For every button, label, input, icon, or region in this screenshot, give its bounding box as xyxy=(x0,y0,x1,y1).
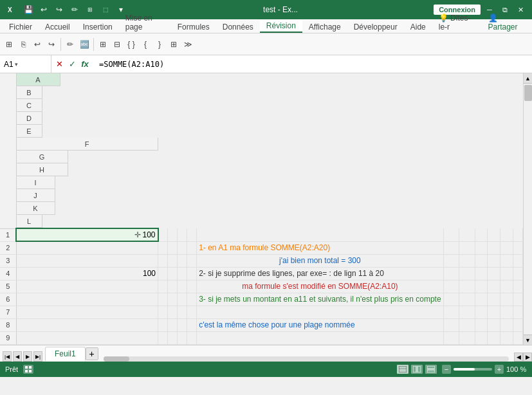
cell-b5[interactable] xyxy=(158,280,168,293)
sheet-tab-feuil1[interactable]: Feuil1 xyxy=(45,347,86,362)
cell-c7[interactable] xyxy=(168,306,178,318)
cell-d7[interactable] xyxy=(178,306,187,318)
cell-k3[interactable] xyxy=(500,254,513,267)
cell-c2[interactable] xyxy=(168,241,178,254)
tab-affichage[interactable]: Affichage xyxy=(302,21,347,33)
tab-accueil[interactable]: Accueil xyxy=(39,21,77,33)
cell-k8[interactable] xyxy=(500,318,513,331)
toolbar-icon-4[interactable]: ↪ xyxy=(45,38,58,51)
cell-i3[interactable] xyxy=(475,254,488,267)
cell-g3[interactable] xyxy=(443,254,459,267)
cell-reference-box[interactable]: A1 ▾ xyxy=(0,55,51,73)
cell-e4[interactable] xyxy=(187,267,197,280)
tab-formules[interactable]: Formules xyxy=(171,21,216,33)
h-scroll-track[interactable] xyxy=(104,356,509,362)
cell-a4[interactable]: 100 xyxy=(16,267,158,280)
horizontal-scrollbar[interactable] xyxy=(98,356,514,362)
cell-i2[interactable] xyxy=(475,241,488,254)
cell-b3[interactable] xyxy=(158,254,168,267)
cell-d4[interactable] xyxy=(178,267,187,280)
cell-c5[interactable] xyxy=(168,280,178,293)
cell-i8[interactable] xyxy=(475,318,488,331)
cell-f6[interactable]: 3- si je mets un montant en a11 et suiva… xyxy=(197,293,443,306)
cell-h1[interactable] xyxy=(459,228,475,241)
col-header-a[interactable]: A xyxy=(17,73,60,86)
cell-f4[interactable]: 2- si je supprime des lignes, par exe= :… xyxy=(197,267,443,280)
col-header-b[interactable]: B xyxy=(17,86,42,99)
toolbar-icon-8[interactable]: ⊟ xyxy=(111,38,124,51)
cell-j5[interactable] xyxy=(488,280,500,293)
tab-partager[interactable]: 👤 Partager xyxy=(482,12,530,33)
cell-f1[interactable] xyxy=(197,228,443,241)
cell-h8[interactable] xyxy=(459,318,475,331)
cell-h5[interactable] xyxy=(459,280,475,293)
cell-k1[interactable] xyxy=(500,228,513,241)
cell-l2[interactable] xyxy=(513,241,522,254)
cell-b1[interactable] xyxy=(158,228,168,241)
col-header-k[interactable]: K xyxy=(17,202,55,215)
pencil-icon[interactable]: ✏ xyxy=(68,3,81,16)
cell-d3[interactable] xyxy=(178,254,187,267)
status-icon-1[interactable] xyxy=(23,365,33,374)
tab-mise-en-page[interactable]: Mise en page xyxy=(119,12,171,33)
h-scroll-left-arrow[interactable]: ◀ xyxy=(514,353,523,362)
cell-d5[interactable] xyxy=(178,280,187,293)
cell-l7[interactable] xyxy=(513,306,522,318)
toolbar-icon-11[interactable]: } xyxy=(153,38,166,51)
col-header-g[interactable]: G xyxy=(17,151,68,163)
cell-e7[interactable] xyxy=(187,306,197,318)
cell-c1[interactable] xyxy=(168,228,178,241)
cell-a7[interactable] xyxy=(16,306,158,318)
cell-h3[interactable] xyxy=(459,254,475,267)
cell-g1[interactable] xyxy=(443,228,459,241)
cell-a6[interactable] xyxy=(16,293,158,306)
cell-j3[interactable] xyxy=(488,254,500,267)
cell-e8[interactable] xyxy=(187,318,197,331)
cell-j8[interactable] xyxy=(488,318,500,331)
cell-c8[interactable] xyxy=(168,318,178,331)
cell-i1[interactable] xyxy=(475,228,488,241)
add-sheet-button[interactable]: + xyxy=(86,347,98,360)
col-header-f[interactable]: F xyxy=(17,138,158,151)
cell-d8[interactable] xyxy=(178,318,187,331)
h-scroll-right-arrow[interactable]: ▶ xyxy=(523,353,532,362)
cell-l1[interactable] xyxy=(513,228,522,241)
cell-b7[interactable] xyxy=(158,306,168,318)
toolbar-icon-2[interactable]: ⎘ xyxy=(17,38,30,51)
cell-g6[interactable] xyxy=(443,293,459,306)
page-break-view-icon[interactable] xyxy=(425,365,437,374)
cell-h7[interactable] xyxy=(459,306,475,318)
cell-g5[interactable] xyxy=(443,280,459,293)
cell-c3[interactable] xyxy=(168,254,178,267)
toolbar-icon-7[interactable]: ⊞ xyxy=(96,38,109,51)
cell-d1[interactable] xyxy=(178,228,187,241)
form-icon[interactable]: ⊞ xyxy=(84,3,96,16)
save-icon[interactable]: 💾 xyxy=(22,3,35,16)
zoom-out-button[interactable]: − xyxy=(442,365,451,374)
cell-g4[interactable] xyxy=(443,267,459,280)
cell-d6[interactable] xyxy=(178,293,187,306)
tab-next-button[interactable]: ▶ xyxy=(23,351,32,362)
col-header-d[interactable]: D xyxy=(17,112,42,125)
cell-h6[interactable] xyxy=(459,293,475,306)
col-header-j[interactable]: J xyxy=(17,189,55,202)
cell-a5[interactable] xyxy=(16,280,158,293)
toolbar-icon-10[interactable]: { xyxy=(139,38,152,51)
zoom-slider[interactable] xyxy=(454,368,492,371)
cell-e5[interactable] xyxy=(187,280,197,293)
cell-l6[interactable] xyxy=(513,293,522,306)
toolbar-icon-9[interactable]: { } xyxy=(125,38,138,51)
cell-l4[interactable] xyxy=(513,267,522,280)
col-header-h[interactable]: H xyxy=(17,163,68,176)
cancel-formula-icon[interactable]: ✕ xyxy=(54,59,64,69)
tab-prev-button[interactable]: ◀ xyxy=(13,351,22,362)
tab-dites[interactable]: 💡 Dites-le-r xyxy=(432,12,482,33)
cell-j7[interactable] xyxy=(488,306,500,318)
cell-a8[interactable] xyxy=(16,318,158,331)
tab-aide[interactable]: Aide xyxy=(404,21,432,33)
cell-e1[interactable] xyxy=(187,228,197,241)
cell-h2[interactable] xyxy=(459,241,475,254)
cell-k2[interactable] xyxy=(500,241,513,254)
col-header-c[interactable]: C xyxy=(17,99,42,112)
cell-b6[interactable] xyxy=(158,293,168,306)
